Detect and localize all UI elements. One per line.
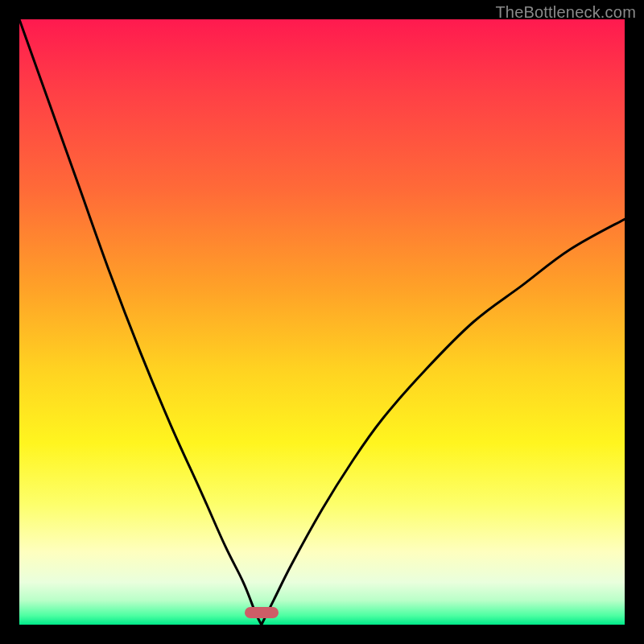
chart-curves-svg: [19, 19, 625, 625]
chart-frame: [19, 19, 625, 625]
left-curve-path: [19, 19, 262, 625]
watermark-text: TheBottleneck.com: [495, 3, 636, 22]
right-curve-path: [262, 219, 625, 625]
optimum-marker: [245, 607, 279, 618]
